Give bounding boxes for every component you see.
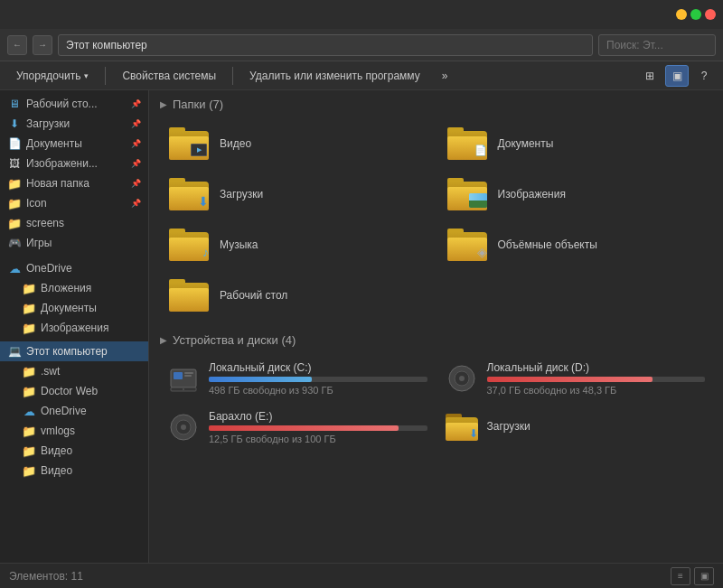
folder-item-video[interactable]: Видео [160,120,435,167]
music-folder-icon: ♪ [167,227,211,263]
title-bar [0,0,723,29]
folder-item-documents[interactable]: 📄 Документы [438,120,713,167]
sidebar-item-thispc[interactable]: 💻 Этот компьютер [0,341,148,361]
drives-grid: Локальный диск (C:) 498 ГБ свободно из 9… [160,356,712,450]
cloud-icon-2: ☁ [22,404,36,418]
maximize-button[interactable] [690,9,701,20]
sidebar-item-desktop[interactable]: 🖥 Рабочий сто... 📌 [0,94,148,114]
view-list-button[interactable]: ≡ [671,567,690,585]
address-bar: ← → [0,29,723,61]
toolbar-separator [105,67,106,85]
folder-icon-2: 📁 [7,196,22,210]
sidebar: 🖥 Рабочий сто... 📌 ⬇ Загрузки 📌 📄 Докуме… [0,90,149,563]
address-input[interactable] [58,34,593,56]
view-options-button[interactable]: ⊞ [638,65,662,87]
images-folder-icon [446,176,489,212]
drive-c-fill [209,377,312,382]
main-layout: 🖥 Рабочий сто... 📌 ⬇ Загрузки 📌 📄 Докуме… [0,90,723,563]
documents-icon: 📄 [7,136,22,151]
sidebar-item-games[interactable]: 🎮 Игры [0,233,148,253]
pc-icon: 💻 [7,344,22,359]
forward-button[interactable]: → [33,35,52,55]
organize-button[interactable]: Упорядочить ▾ [7,65,98,87]
window-controls[interactable] [676,9,716,20]
sidebar-item-images2[interactable]: 📁 Изображения [0,318,148,338]
folder-item-images[interactable]: Изображения [438,171,713,218]
status-icons: ≡ ▣ [671,567,714,585]
drive-e-icon [167,411,200,443]
svg-point-8 [459,376,465,381]
sidebar-item-video2[interactable]: 📁 Видео [0,461,148,481]
folder-icon-3: 📁 [7,216,22,230]
drive-d-icon [446,362,478,395]
drive-d-bar [487,377,706,382]
toolbar-right: ⊞ ▣ ? [638,65,716,87]
folder-icon-8: 📁 [22,384,36,398]
items-count: Элементов: 11 [9,570,83,583]
more-button[interactable]: » [433,65,457,87]
download-icon: ⬇ [7,117,22,131]
sidebar-item-video1[interactable]: 📁 Видео [0,441,148,461]
sidebar-item-swt[interactable]: 📁 .swt [0,361,148,381]
help-button[interactable]: ? [692,65,716,87]
downloads-folder-icon: ⬇ [167,176,211,212]
docs-folder-icon: 📄 [446,126,489,162]
toolbar-separator-2 [232,67,233,85]
view-grid-button[interactable]: ▣ [694,567,714,585]
drive-c-bar [209,377,427,382]
folders-grid: Видео 📄 Документы [160,120,712,319]
folder-item-objects[interactable]: ◈ Объёмные объекты [438,221,713,268]
close-button[interactable] [705,9,716,20]
folder-item-music[interactable]: ♪ Музыка [160,221,435,268]
drive-c-info: Локальный диск (C:) 498 ГБ свободно из 9… [209,361,427,396]
toolbar: Упорядочить ▾ Свойства системы Удалить и… [0,61,723,90]
search-input[interactable] [598,34,716,56]
sidebar-item-documents[interactable]: 📄 Документы 📌 [0,134,148,154]
drive-downloads[interactable]: ⬇ Загрузки [438,405,713,450]
games-icon: 🎮 [7,236,22,250]
drive-c[interactable]: Локальный диск (C:) 498 ГБ свободно из 9… [160,356,435,401]
sidebar-item-images[interactable]: 🖼 Изображени... 📌 [0,154,148,173]
folder-arrow: ▶ [160,99,167,109]
desktop-folder-icon [167,277,211,313]
drive-c-icon [167,362,200,395]
folder-item-desktop[interactable]: Рабочий стол [160,272,435,319]
sidebar-item-newfolder[interactable]: 📁 Новая папка 📌 [0,173,148,193]
drive-e-fill [209,425,399,431]
sidebar-item-vmlogs[interactable]: 📁 vmlogs [0,421,148,441]
folder-icon-9: 📁 [22,424,36,438]
drive-e[interactable]: Барахло (E:) 12,5 ГБ свободно из 100 ГБ [160,405,435,450]
svg-point-5 [183,388,184,390]
folder-icon-5: 📁 [22,301,36,315]
sidebar-item-screens[interactable]: 📁 screens [0,213,148,233]
sidebar-item-doctorweb[interactable]: 📁 Doctor Web [0,381,148,401]
sidebar-item-icon[interactable]: 📁 Icon 📌 [0,193,148,213]
folder-item-downloads[interactable]: ⬇ Загрузки [160,171,435,218]
system-props-button[interactable]: Свойства системы [113,65,225,87]
drive-e-info: Барахло (E:) 12,5 ГБ свободно из 100 ГБ [209,410,427,444]
layout-button[interactable]: ▣ [665,65,689,87]
content-area: ▶ Папки (7) Видео [149,90,723,563]
minimize-button[interactable] [676,9,687,20]
drive-d[interactable]: Локальный диск (D:) 37,0 ГБ свободно из … [438,356,713,401]
drives-section-header: ▶ Устройства и диски (4) [160,333,712,347]
folder-icon-10: 📁 [22,443,36,458]
svg-point-11 [181,425,186,430]
drive-d-info: Локальный диск (D:) 37,0 ГБ свободно из … [487,361,706,396]
sidebar-item-onedrive2[interactable]: ☁ OneDrive [0,401,148,421]
folder-icon: 📁 [7,176,22,191]
svg-rect-3 [184,375,192,377]
sidebar-item-downloads[interactable]: ⬇ Загрузки 📌 [0,114,148,134]
folder-icon-4: 📁 [22,281,36,295]
downloads-drive-icon: ⬇ [446,411,478,443]
cloud-icon: ☁ [7,261,22,275]
sidebar-item-vlojeniya[interactable]: 📁 Вложения [0,278,148,298]
drive-e-bar [209,425,427,431]
drives-arrow: ▶ [160,335,167,345]
sidebar-item-documents2[interactable]: 📁 Документы [0,298,148,318]
back-button[interactable]: ← [7,35,27,55]
sidebar-section-onedrive[interactable]: ☁ OneDrive [0,258,148,278]
images-icon: 🖼 [7,156,22,171]
uninstall-button[interactable]: Удалить или изменить программу [240,65,429,87]
svg-rect-2 [184,372,193,374]
